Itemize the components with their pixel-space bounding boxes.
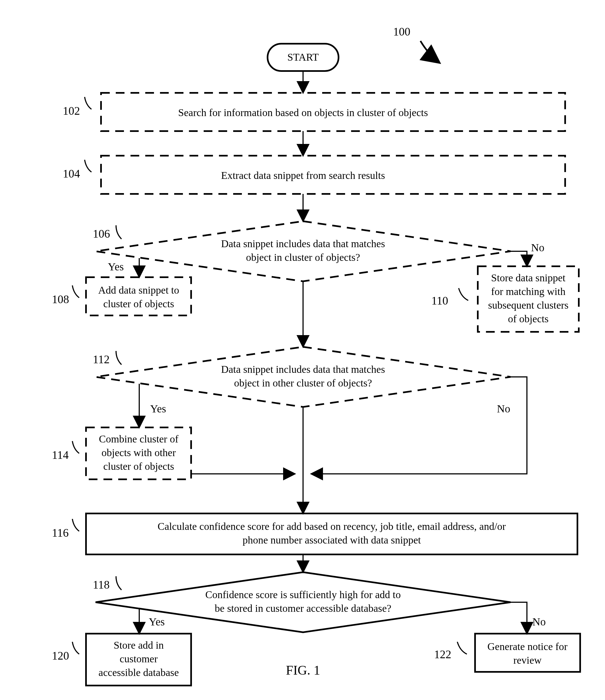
figure-label: FIG. 1 bbox=[286, 663, 320, 677]
dec-118-l2: be stored in customer accessible databas… bbox=[215, 602, 392, 614]
step-102-text: Search for information based on objects … bbox=[178, 107, 428, 118]
ref-100: 100 bbox=[393, 25, 410, 38]
ref-114: 114 bbox=[52, 449, 69, 461]
decision-112 bbox=[96, 347, 510, 407]
dec-112-l2: object in other cluster of objects? bbox=[234, 377, 372, 389]
no-106: No bbox=[531, 242, 545, 254]
dec-106-l1: Data snippet includes data that matches bbox=[221, 238, 385, 249]
ref-110: 110 bbox=[431, 294, 448, 307]
step-104-text: Extract data snippet from search results bbox=[221, 170, 385, 181]
step-120-l1: Store add in bbox=[114, 640, 164, 651]
yes-118: Yes bbox=[149, 616, 165, 628]
ref-108: 108 bbox=[52, 293, 69, 306]
flowchart: 100 START Search for information based o… bbox=[0, 0, 605, 700]
step-122-l2: review bbox=[513, 654, 541, 666]
step-110-l4: of objects bbox=[508, 313, 549, 324]
step-108-l1: Add data snippet to bbox=[98, 284, 179, 296]
yes-112: Yes bbox=[150, 403, 166, 415]
start-label: START bbox=[287, 51, 319, 63]
step-116-box bbox=[86, 514, 577, 554]
ref-122: 122 bbox=[434, 648, 451, 661]
step-120-l2: customer bbox=[120, 653, 158, 665]
ref-118: 118 bbox=[93, 578, 109, 591]
ref-120: 120 bbox=[52, 649, 69, 662]
step-114-l2: objects with other bbox=[102, 447, 176, 458]
step-110-l3: subsequent clusters bbox=[488, 299, 569, 311]
dec-106-l2: object in cluster of objects? bbox=[246, 252, 360, 263]
step-122-box bbox=[475, 634, 580, 672]
ref-104: 104 bbox=[63, 168, 80, 180]
no-118: No bbox=[532, 616, 546, 628]
no-112: No bbox=[497, 403, 510, 415]
step-114-l1: Combine cluster of bbox=[99, 433, 179, 445]
step-110-l1: Store data snippet bbox=[491, 272, 566, 283]
step-122-l1: Generate notice for bbox=[487, 641, 568, 652]
step-116-l1: Calculate confidence score for add based… bbox=[157, 521, 506, 532]
ref-106: 106 bbox=[93, 227, 110, 240]
yes-106: Yes bbox=[108, 260, 124, 273]
decision-106 bbox=[96, 221, 510, 281]
step-110-l2: for matching with bbox=[491, 286, 565, 297]
dec-118-l1: Confidence score is sufficiently high fo… bbox=[205, 589, 401, 600]
ref-112: 112 bbox=[93, 353, 109, 366]
step-108-l2: cluster of objects bbox=[103, 298, 174, 309]
step-108-box bbox=[86, 277, 191, 316]
step-120-l3: accessible database bbox=[99, 667, 179, 678]
step-116-l2: phone number associated with data snippe… bbox=[243, 534, 421, 546]
dec-112-l1: Data snippet includes data that matches bbox=[221, 364, 385, 375]
ref-116: 116 bbox=[52, 527, 69, 539]
step-114-l3: cluster of objects bbox=[103, 460, 174, 472]
ref-102: 102 bbox=[63, 105, 80, 117]
